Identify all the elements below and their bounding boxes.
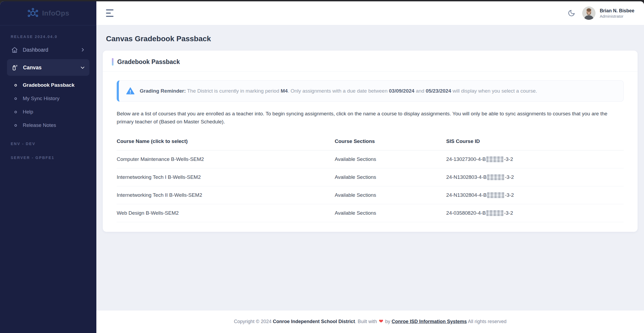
release-label: RELEASE 2024.04.0	[7, 35, 89, 39]
course-name-link[interactable]: Web Design B-Wells-SEM2	[117, 204, 335, 222]
table-row: Web Design B-Wells-SEM2 Available Sectio…	[117, 204, 624, 222]
instructions-text: Below are a list of courses that you are…	[117, 110, 624, 126]
redacted-block	[486, 156, 503, 162]
sis-id-prefix: 24-N1302803-4-B	[446, 174, 487, 180]
alert-text-part: and	[414, 88, 426, 94]
sidebar-subitem-label: Gradebook Passback	[23, 82, 74, 88]
course-name-link[interactable]: Internetworking Tech I B-Wells-SEM2	[117, 168, 335, 186]
course-sections-cell: Available Sections	[335, 150, 446, 168]
bullet-icon	[14, 111, 17, 113]
gradebook-passback-card: Gradebook Passback Grading Reminder:	[103, 51, 638, 232]
home-icon	[11, 47, 18, 53]
chevron-down-icon	[80, 65, 85, 70]
redacted-block	[487, 174, 504, 180]
user-name: Brian N. Bisbee	[600, 8, 634, 14]
server-label: SERVER - GPBFE1	[7, 156, 89, 160]
sis-id-suffix: -3-2	[504, 156, 513, 162]
course-name-link[interactable]: Internetworking Tech II B-Wells-SEM2	[117, 186, 335, 204]
sidebar: InfoOps RELEASE 2024.04.0 Dashboard	[0, 1, 96, 333]
table-row: Internetworking Tech II B-Wells-SEM2 Ava…	[117, 186, 624, 204]
footer-link-information-systems[interactable]: Conroe ISD Information Systems	[392, 319, 467, 324]
sidebar-item-label: Canvas	[23, 65, 41, 71]
footer-district: Conroe Independent School District	[273, 319, 355, 324]
chevron-right-icon	[80, 47, 85, 52]
card-title: Gradebook Passback	[117, 58, 180, 66]
alert-text-part: will display when you select a course.	[451, 88, 537, 94]
column-course-sections: Course Sections	[335, 135, 446, 150]
sis-id-prefix: 24-N1302804-4-B	[446, 192, 487, 198]
env-label: ENV - DEV	[7, 142, 89, 146]
sis-id-suffix: -3-2	[505, 174, 514, 180]
logo-text: InfoOps	[42, 9, 69, 17]
warning-triangle-icon	[126, 86, 135, 96]
marking-period: M4	[281, 88, 288, 94]
sidebar-subitem-my-sync-history[interactable]: My Sync History	[7, 92, 89, 105]
footer-text-part: . Built with	[355, 319, 378, 324]
sis-id-prefix: 24-03580820-4-B	[446, 210, 486, 216]
logo[interactable]: InfoOps	[0, 1, 96, 25]
sidebar-nav: RELEASE 2024.04.0 Dashboard	[0, 25, 96, 160]
moon-icon	[568, 9, 575, 17]
user-role: Administrator	[600, 14, 634, 18]
redacted-block	[487, 192, 504, 198]
table-row: Computer Maintenance B-Wells-SEM2 Availa…	[117, 150, 624, 168]
sidebar-item-dashboard[interactable]: Dashboard	[7, 43, 89, 57]
sidebar-item-canvas[interactable]: Canvas	[7, 59, 89, 76]
footer-text-part: by	[384, 319, 392, 324]
sis-course-id-cell: 24-03580820-4-B-3-2	[446, 204, 624, 222]
sis-id-suffix: -3-2	[505, 192, 514, 198]
sidebar-subitem-label: My Sync History	[23, 96, 59, 101]
page-title: Canvas Gradebook Passback	[106, 35, 638, 43]
sis-course-id-cell: 24-13027300-4-B-3-2	[446, 150, 624, 168]
sidebar-subitem-label: Help	[23, 109, 33, 115]
bullet-icon	[14, 84, 17, 86]
sis-id-prefix: 24-13027300-4-B	[446, 156, 486, 162]
bullet-icon	[14, 124, 17, 127]
courses-table: Course Name (click to select) Course Sec…	[117, 135, 624, 222]
date-end: 05/23/2024	[426, 88, 451, 94]
alert-text: Grading Reminder: The District is curren…	[140, 88, 537, 94]
sidebar-subitem-label: Release Notes	[23, 122, 56, 128]
table-header-row: Course Name (click to select) Course Sec…	[117, 135, 624, 150]
alert-text-part: . Only assignments with a due date betwe…	[288, 88, 389, 94]
sidebar-subitem-help[interactable]: Help	[7, 105, 89, 119]
sis-course-id-cell: 24-N1302803-4-B-3-2	[446, 168, 624, 186]
bullet-icon	[14, 97, 17, 100]
sidebar-subitem-gradebook-passback[interactable]: Gradebook Passback	[7, 78, 89, 92]
sis-course-id-cell: 24-N1302804-4-B-3-2	[446, 186, 624, 204]
card-body: Grading Reminder: The District is curren…	[103, 72, 638, 232]
card-accent-bar	[112, 58, 113, 66]
app-window: InfoOps RELEASE 2024.04.0 Dashboard	[0, 1, 644, 333]
course-sections-cell: Available Sections	[335, 186, 446, 204]
footer-rights: All rights reserved	[467, 319, 506, 324]
alert-label: Grading Reminder:	[140, 88, 186, 94]
top-header: Brian N. Bisbee Administrator	[96, 1, 644, 25]
heart-icon: ❤	[379, 318, 383, 324]
user-menu[interactable]: Brian N. Bisbee Administrator	[582, 6, 634, 20]
header-actions: Brian N. Bisbee Administrator	[568, 6, 634, 20]
grading-reminder-alert: Grading Reminder: The District is curren…	[117, 80, 624, 102]
avatar	[582, 6, 596, 20]
infoops-logo-icon	[27, 7, 39, 19]
page-content: Canvas Gradebook Passback Gradebook Pass…	[96, 25, 644, 311]
card-header: Gradebook Passback	[103, 51, 638, 72]
canvas-submenu: Gradebook Passback My Sync History Help …	[7, 78, 89, 132]
date-start: 03/09/2024	[389, 88, 414, 94]
column-course-name: Course Name (click to select)	[117, 135, 335, 150]
sidebar-item-label: Dashboard	[23, 47, 48, 53]
alert-text-part: The District is currently in marking per…	[186, 88, 281, 94]
table-row: Internetworking Tech I B-Wells-SEM2 Avai…	[117, 168, 624, 186]
column-sis-course-id: SIS Course ID	[446, 135, 624, 150]
canvas-spray-icon	[11, 64, 18, 71]
course-sections-cell: Available Sections	[335, 204, 446, 222]
page-footer: Copyright © 2024 Conroe Independent Scho…	[96, 311, 644, 333]
sis-id-suffix: -3-2	[504, 210, 513, 216]
redacted-block	[486, 210, 503, 216]
hamburger-menu-icon[interactable]	[106, 9, 113, 17]
footer-copyright: Copyright © 2024	[234, 319, 273, 324]
main-column: Brian N. Bisbee Administrator Canvas Gra…	[96, 1, 644, 333]
sidebar-subitem-release-notes[interactable]: Release Notes	[7, 119, 89, 132]
dark-mode-toggle[interactable]	[568, 9, 575, 17]
course-sections-cell: Available Sections	[335, 168, 446, 186]
course-name-link[interactable]: Computer Maintenance B-Wells-SEM2	[117, 150, 335, 168]
